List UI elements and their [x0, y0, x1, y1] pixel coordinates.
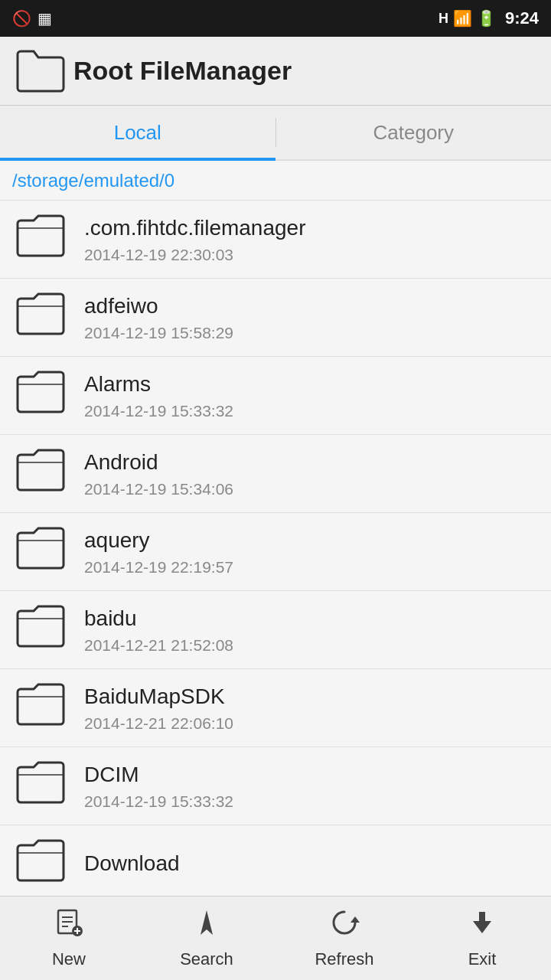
file-info: .com.fihtdc.filemanager 2014-12-19 22:30… — [84, 214, 536, 263]
exit-icon — [467, 907, 497, 945]
file-name: aquery — [84, 527, 536, 554]
list-item[interactable]: adfeiwo 2014-12-19 15:58:29 — [0, 279, 551, 357]
status-time: 9:24 — [505, 8, 539, 28]
file-info: BaiduMapSDK 2014-12-21 22:06:10 — [84, 683, 536, 732]
new-label: New — [52, 949, 86, 969]
status-bar: 🚫 ▦ H 📶 🔋 9:24 — [0, 0, 551, 37]
file-info: baidu 2014-12-21 21:52:08 — [84, 605, 536, 654]
path-bar[interactable]: /storage/emulated/0 — [0, 161, 551, 201]
file-date: 2014-12-19 22:19:57 — [84, 558, 536, 577]
search-label: Search — [180, 949, 233, 969]
list-item[interactable]: baidu 2014-12-21 21:52:08 — [0, 591, 551, 669]
svg-marker-8 — [350, 916, 360, 923]
h-icon: H — [439, 11, 448, 27]
svg-marker-9 — [473, 912, 491, 933]
tab-category[interactable]: Category — [276, 106, 552, 159]
file-info: aquery 2014-12-19 22:19:57 — [84, 527, 536, 576]
file-info: adfeiwo 2014-12-19 15:58:29 — [84, 292, 536, 341]
barcode-icon: ▦ — [37, 9, 52, 28]
list-item[interactable]: aquery 2014-12-19 22:19:57 — [0, 513, 551, 591]
signal-icon: 📶 — [453, 9, 472, 28]
folder-icon — [15, 681, 69, 735]
file-list: .com.fihtdc.filemanager 2014-12-19 22:30… — [0, 201, 551, 896]
status-bar-left: 🚫 ▦ — [12, 9, 439, 28]
list-item[interactable]: Android 2014-12-19 15:34:06 — [0, 435, 551, 513]
refresh-icon — [329, 907, 360, 945]
status-bar-right: H 📶 🔋 9:24 — [439, 8, 539, 28]
refresh-button[interactable]: Refresh — [276, 897, 413, 980]
folder-icon — [15, 525, 69, 579]
exit-button[interactable]: Exit — [413, 897, 551, 980]
list-item[interactable]: BaiduMapSDK 2014-12-21 22:06:10 — [0, 669, 551, 747]
list-item[interactable]: Alarms 2014-12-19 15:33:32 — [0, 357, 551, 435]
exit-label: Exit — [468, 949, 497, 969]
app-header: Root FileManager — [0, 37, 551, 106]
folder-icon — [15, 447, 69, 501]
file-name: adfeiwo — [84, 292, 536, 320]
refresh-label: Refresh — [315, 949, 373, 969]
file-date: 2014-12-21 21:52:08 — [84, 636, 536, 655]
file-date: 2014-12-21 22:06:10 — [84, 714, 536, 733]
tab-category-label: Category — [373, 121, 455, 145]
file-name: .com.fihtdc.filemanager — [84, 214, 536, 242]
tab-bar: Local Category — [0, 106, 551, 161]
app-logo — [15, 48, 61, 94]
file-date: 2014-12-19 15:33:32 — [84, 402, 536, 420]
folder-icon — [15, 760, 69, 813]
svg-marker-7 — [201, 910, 213, 935]
search-icon — [191, 907, 222, 945]
file-name: baidu — [84, 605, 536, 632]
folder-icon — [15, 838, 69, 891]
file-date: 2014-12-19 15:58:29 — [84, 324, 536, 342]
new-icon — [54, 907, 84, 945]
current-path: /storage/emulated/0 — [12, 170, 174, 191]
tab-local-label: Local — [114, 121, 161, 145]
camera-off-icon: 🚫 — [12, 9, 31, 28]
file-name: DCIM — [84, 761, 536, 789]
file-name: Android — [84, 449, 536, 476]
file-name: BaiduMapSDK — [84, 683, 536, 710]
new-button[interactable]: New — [0, 897, 138, 980]
tab-local[interactable]: Local — [0, 106, 276, 159]
folder-icon — [15, 603, 69, 657]
file-date: 2014-12-19 15:34:06 — [84, 480, 536, 498]
file-info: Download — [84, 850, 536, 877]
app-title: Root FileManager — [73, 56, 292, 86]
search-button[interactable]: Search — [138, 897, 276, 980]
file-name: Alarms — [84, 371, 536, 398]
folder-icon — [15, 369, 69, 423]
file-name: Download — [84, 850, 536, 877]
folder-icon — [15, 291, 69, 345]
file-info: Alarms 2014-12-19 15:33:32 — [84, 371, 536, 420]
file-date: 2014-12-19 15:33:32 — [84, 792, 536, 811]
list-item[interactable]: DCIM 2014-12-19 15:33:32 — [0, 747, 551, 825]
file-info: DCIM 2014-12-19 15:33:32 — [84, 761, 536, 810]
file-info: Android 2014-12-19 15:34:06 — [84, 449, 536, 498]
list-item[interactable]: Download — [0, 825, 551, 896]
file-date: 2014-12-19 22:30:03 — [84, 246, 536, 264]
folder-icon — [15, 213, 69, 266]
bottom-bar: New Search Refresh Exit — [0, 896, 551, 980]
list-item[interactable]: .com.fihtdc.filemanager 2014-12-19 22:30… — [0, 201, 551, 279]
battery-icon: 🔋 — [477, 9, 496, 28]
